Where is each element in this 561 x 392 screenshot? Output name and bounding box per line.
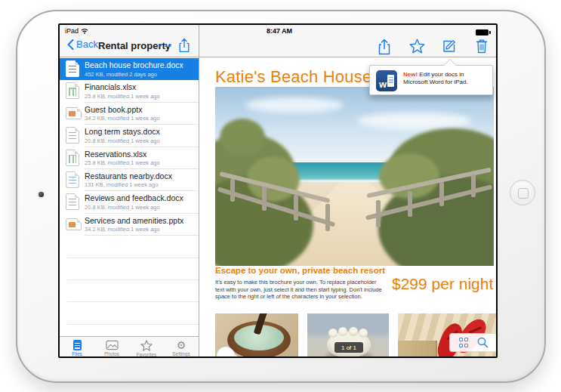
file-row[interactable]: Reservations.xlsx 25.8 KB, modified 1 we… bbox=[60, 147, 199, 169]
file-name: Guest book.pptx bbox=[85, 105, 142, 114]
word-page-glyph bbox=[387, 75, 394, 87]
tab-label: Favorites bbox=[137, 352, 157, 357]
tab-photos[interactable]: Photos bbox=[94, 337, 129, 358]
empty-list-row bbox=[60, 236, 199, 258]
tab-bar: Files Photos bbox=[60, 336, 199, 358]
word-logo-letter: w bbox=[379, 79, 387, 90]
photo-cloud bbox=[358, 113, 471, 129]
star-icon bbox=[409, 39, 425, 54]
photo-dune-grass bbox=[220, 119, 265, 156]
file-row[interactable]: Long term stays.docx 20.8 KB, modified 1… bbox=[60, 125, 199, 147]
file-type-icon bbox=[66, 127, 79, 144]
document-preview[interactable]: Katie's Beach House bbox=[199, 58, 498, 358]
file-meta: 34.2 KB, modified 1 week ago bbox=[85, 115, 160, 122]
file-meta: 20.8 KB, modified 1 week ago bbox=[85, 137, 160, 144]
tab-files[interactable]: Files bbox=[60, 337, 94, 358]
photos-icon bbox=[106, 340, 119, 350]
share-icon bbox=[378, 39, 391, 55]
battery-icon bbox=[476, 29, 489, 35]
file-type-icon bbox=[66, 60, 79, 77]
sidebar-share-button[interactable] bbox=[178, 38, 190, 53]
doc-heading: Escape to your own, private beach resort bbox=[215, 266, 385, 275]
sidebar-divider bbox=[199, 25, 199, 358]
word-tooltip[interactable]: w New! Edit your docs in Microsoft Word … bbox=[369, 65, 493, 95]
file-name: Financials.xlsx bbox=[85, 82, 136, 91]
file-name: Beach house brochure.docx bbox=[85, 60, 183, 69]
page-indicator-badge: 1 of 1 bbox=[334, 342, 363, 353]
empty-list-row bbox=[60, 280, 199, 302]
photo-fence-post bbox=[230, 179, 235, 202]
screen: iPad 8:47 AM Back Rental property bbox=[58, 23, 498, 358]
file-row[interactable]: Services and amenities.pptx 34.2 KB, mod… bbox=[60, 214, 199, 236]
photo-cloud bbox=[245, 97, 344, 113]
file-type-icon bbox=[66, 218, 82, 230]
back-button[interactable]: Back bbox=[67, 39, 98, 50]
doc-body-text: It's easy to make this brochure your own… bbox=[215, 279, 386, 301]
file-meta: 34.2 KB, modified 1 week ago bbox=[85, 226, 160, 233]
edit-icon bbox=[442, 39, 457, 53]
file-type-icon bbox=[66, 193, 79, 210]
file-meta: 452 KB, modified 2 days ago bbox=[85, 71, 157, 78]
file-name: Long term stays.docx bbox=[85, 127, 160, 136]
ipad-home-button[interactable] bbox=[510, 180, 535, 205]
file-type-icon bbox=[66, 107, 82, 119]
photo-fence-post bbox=[376, 200, 381, 227]
tooltip-text: New! Edit your docs in Microsoft Word fo… bbox=[403, 71, 489, 86]
empty-list-row bbox=[60, 302, 199, 324]
file-meta: 25.8 KB, modified 1 week ago bbox=[85, 159, 160, 166]
edit-button[interactable] bbox=[442, 39, 457, 53]
search-icon bbox=[477, 337, 489, 348]
beach-photo bbox=[215, 87, 494, 266]
file-meta: 25.8 KB, modified 1 week ago bbox=[85, 93, 160, 100]
tab-label: Photos bbox=[104, 351, 119, 357]
file-meta: 131 KB, modified 1 week ago bbox=[85, 181, 159, 188]
back-chevron-icon bbox=[67, 39, 74, 50]
tab-settings[interactable]: ⚙ Settings bbox=[164, 337, 199, 358]
file-row[interactable]: Financials.xlsx 25.8 KB, modified 1 week… bbox=[60, 80, 199, 102]
photo-dune-grass bbox=[247, 156, 300, 202]
file-list: Beach house brochure.docx 452 KB, modifi… bbox=[60, 58, 199, 325]
file-row[interactable]: Guest book.pptx 34.2 KB, modified 1 week… bbox=[60, 103, 199, 125]
photo-fence-post bbox=[439, 182, 444, 206]
empty-list-row bbox=[60, 258, 199, 280]
more-button[interactable] bbox=[159, 44, 171, 47]
photo-fence-post bbox=[262, 187, 267, 211]
view-tools bbox=[449, 333, 498, 352]
file-meta: 20.8 KB, modified 1 week ago bbox=[85, 204, 160, 211]
doc-price: $299 per night bbox=[392, 275, 493, 293]
star-icon bbox=[140, 340, 153, 351]
photo-fence-post bbox=[294, 195, 298, 221]
gear-icon: ⚙ bbox=[177, 340, 186, 350]
tab-favorites[interactable]: Favorites bbox=[129, 337, 164, 358]
file-type-icon bbox=[66, 82, 79, 99]
thumbnail-sea-salt bbox=[215, 313, 298, 358]
delete-button[interactable] bbox=[476, 39, 488, 54]
back-label: Back bbox=[76, 39, 98, 50]
search-button[interactable] bbox=[477, 337, 489, 348]
share-icon bbox=[178, 38, 190, 53]
tab-label: Files bbox=[72, 351, 82, 357]
word-icon: w bbox=[376, 70, 397, 91]
file-name: Services and amenities.pptx bbox=[85, 216, 183, 225]
favorite-button[interactable] bbox=[409, 39, 425, 54]
photo-fence-post bbox=[325, 204, 330, 231]
tab-label: Settings bbox=[172, 351, 190, 357]
file-name: Reservations.xlsx bbox=[85, 150, 146, 159]
doc-title: Katie's Beach House bbox=[215, 67, 371, 87]
new-badge: New! bbox=[403, 71, 418, 78]
share-button[interactable] bbox=[378, 39, 391, 55]
thumb-plank bbox=[398, 341, 437, 358]
trash-icon bbox=[476, 39, 488, 54]
grid-view-button[interactable] bbox=[459, 338, 469, 347]
front-camera bbox=[39, 192, 44, 197]
photo-fence-post bbox=[408, 191, 412, 217]
file-type-icon bbox=[66, 171, 79, 188]
file-type-icon bbox=[66, 150, 79, 166]
files-icon bbox=[73, 340, 82, 350]
file-row[interactable]: Beach house brochure.docx 452 KB, modifi… bbox=[60, 58, 199, 80]
file-row[interactable]: Reviews and feedback.docx 20.8 KB, modif… bbox=[60, 191, 199, 213]
more-icon bbox=[159, 44, 162, 47]
photo-fence-post bbox=[471, 174, 476, 197]
file-name: Restaurants nearby.docx bbox=[85, 171, 172, 181]
file-row[interactable]: Restaurants nearby.docx 131 KB, modified… bbox=[60, 169, 199, 191]
